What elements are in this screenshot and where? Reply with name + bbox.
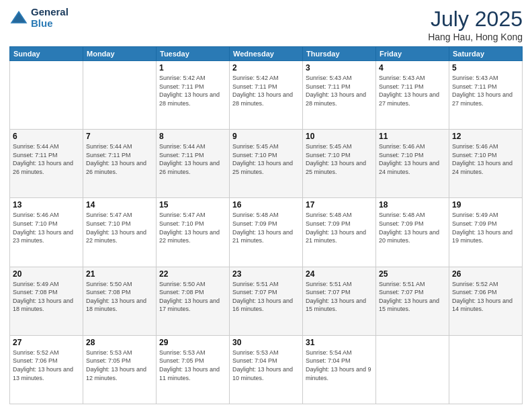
- day-info: Sunrise: 5:47 AMSunset: 7:10 PMDaylight:…: [159, 211, 226, 244]
- day-info: Sunrise: 5:44 AMSunset: 7:11 PMDaylight:…: [13, 142, 80, 176]
- day-info: Sunrise: 5:46 AMSunset: 7:10 PMDaylight:…: [13, 211, 80, 244]
- calendar-cell: 21Sunrise: 5:50 AMSunset: 7:08 PMDayligh…: [83, 267, 157, 335]
- day-info: Sunrise: 5:42 AMSunset: 7:11 PMDaylight:…: [159, 74, 226, 107]
- day-info: Sunrise: 5:45 AMSunset: 7:10 PMDaylight:…: [232, 142, 300, 176]
- day-number: 18: [379, 200, 446, 210]
- calendar-cell: 25Sunrise: 5:51 AMSunset: 7:07 PMDayligh…: [376, 267, 449, 335]
- day-number: 23: [232, 269, 300, 279]
- calendar-cell: 15Sunrise: 5:47 AMSunset: 7:10 PMDayligh…: [157, 198, 230, 267]
- day-info: Sunrise: 5:54 AMSunset: 7:04 PMDaylight:…: [306, 349, 373, 382]
- day-number: 15: [159, 200, 226, 210]
- weekday-row: SundayMondayTuesdayWednesdayThursdayFrid…: [10, 47, 523, 61]
- day-info: Sunrise: 5:43 AMSunset: 7:11 PMDaylight:…: [379, 74, 446, 107]
- logo-blue: Blue: [31, 18, 69, 30]
- day-number: 16: [232, 200, 300, 210]
- calendar-cell: 23Sunrise: 5:51 AMSunset: 7:07 PMDayligh…: [230, 267, 303, 335]
- day-info: Sunrise: 5:51 AMSunset: 7:07 PMDaylight:…: [306, 280, 373, 314]
- day-info: Sunrise: 5:53 AMSunset: 7:05 PMDaylight:…: [86, 349, 153, 382]
- calendar-table: SundayMondayTuesdayWednesdayThursdayFrid…: [9, 46, 523, 404]
- day-number: 11: [379, 132, 446, 141]
- day-info: Sunrise: 5:42 AMSunset: 7:11 PMDaylight:…: [232, 74, 300, 107]
- day-number: 17: [306, 200, 373, 210]
- calendar-cell: 27Sunrise: 5:52 AMSunset: 7:06 PMDayligh…: [10, 335, 83, 404]
- day-info: Sunrise: 5:46 AMSunset: 7:10 PMDaylight:…: [379, 142, 446, 176]
- calendar-cell: 26Sunrise: 5:52 AMSunset: 7:06 PMDayligh…: [449, 267, 523, 335]
- calendar-cell: 28Sunrise: 5:53 AMSunset: 7:05 PMDayligh…: [83, 335, 157, 404]
- calendar-header: SundayMondayTuesdayWednesdayThursdayFrid…: [10, 47, 523, 61]
- week-row-2: 6Sunrise: 5:44 AMSunset: 7:11 PMDaylight…: [10, 130, 523, 198]
- weekday-header-tuesday: Tuesday: [157, 47, 230, 61]
- day-info: Sunrise: 5:48 AMSunset: 7:09 PMDaylight:…: [306, 211, 373, 244]
- calendar-cell: [449, 335, 523, 404]
- day-number: 30: [232, 338, 300, 347]
- calendar-cell: 4Sunrise: 5:43 AMSunset: 7:11 PMDaylight…: [376, 61, 449, 130]
- day-number: 6: [13, 132, 80, 141]
- day-info: Sunrise: 5:52 AMSunset: 7:06 PMDaylight:…: [452, 280, 519, 314]
- day-number: 24: [306, 269, 373, 279]
- day-number: 3: [306, 63, 373, 73]
- day-number: 5: [452, 63, 519, 73]
- title-location: Hang Hau, Hong Kong: [428, 32, 523, 42]
- calendar-cell: 7Sunrise: 5:44 AMSunset: 7:11 PMDaylight…: [83, 130, 157, 198]
- week-row-1: 1Sunrise: 5:42 AMSunset: 7:11 PMDaylight…: [10, 61, 523, 130]
- day-info: Sunrise: 5:49 AMSunset: 7:09 PMDaylight:…: [452, 211, 519, 244]
- day-number: 8: [159, 132, 226, 141]
- calendar-cell: 3Sunrise: 5:43 AMSunset: 7:11 PMDaylight…: [303, 61, 376, 130]
- day-info: Sunrise: 5:47 AMSunset: 7:10 PMDaylight:…: [86, 211, 153, 244]
- day-number: 9: [232, 132, 300, 141]
- calendar-cell: 22Sunrise: 5:50 AMSunset: 7:08 PMDayligh…: [157, 267, 230, 335]
- title-month: July 2025: [428, 7, 523, 32]
- day-number: 13: [13, 200, 80, 210]
- day-number: 7: [86, 132, 153, 141]
- weekday-header-monday: Monday: [83, 47, 157, 61]
- day-info: Sunrise: 5:44 AMSunset: 7:11 PMDaylight:…: [86, 142, 153, 176]
- page: General Blue July 2025 Hang Hau, Hong Ko…: [0, 0, 532, 411]
- logo-icon: [9, 9, 28, 28]
- logo-general: General: [31, 7, 69, 18]
- logo-text: General Blue: [31, 7, 69, 29]
- day-info: Sunrise: 5:43 AMSunset: 7:11 PMDaylight:…: [306, 74, 373, 107]
- day-number: 22: [159, 269, 226, 279]
- week-row-5: 27Sunrise: 5:52 AMSunset: 7:06 PMDayligh…: [10, 335, 523, 404]
- calendar-cell: 1Sunrise: 5:42 AMSunset: 7:11 PMDaylight…: [157, 61, 230, 130]
- calendar-cell: 19Sunrise: 5:49 AMSunset: 7:09 PMDayligh…: [449, 198, 523, 267]
- day-number: 4: [379, 63, 446, 73]
- day-info: Sunrise: 5:52 AMSunset: 7:06 PMDaylight:…: [13, 349, 80, 382]
- day-info: Sunrise: 5:44 AMSunset: 7:11 PMDaylight:…: [159, 142, 226, 176]
- weekday-header-friday: Friday: [376, 47, 449, 61]
- calendar-cell: 13Sunrise: 5:46 AMSunset: 7:10 PMDayligh…: [10, 198, 83, 267]
- day-number: 19: [452, 200, 519, 210]
- day-number: 31: [306, 338, 373, 347]
- calendar-cell: 2Sunrise: 5:42 AMSunset: 7:11 PMDaylight…: [230, 61, 303, 130]
- day-info: Sunrise: 5:48 AMSunset: 7:09 PMDaylight:…: [379, 211, 446, 244]
- calendar-cell: 30Sunrise: 5:53 AMSunset: 7:04 PMDayligh…: [230, 335, 303, 404]
- day-info: Sunrise: 5:51 AMSunset: 7:07 PMDaylight:…: [232, 280, 300, 314]
- day-info: Sunrise: 5:51 AMSunset: 7:07 PMDaylight:…: [379, 280, 446, 314]
- calendar-cell: 18Sunrise: 5:48 AMSunset: 7:09 PMDayligh…: [376, 198, 449, 267]
- weekday-header-thursday: Thursday: [303, 47, 376, 61]
- day-number: 28: [86, 338, 153, 347]
- day-info: Sunrise: 5:50 AMSunset: 7:08 PMDaylight:…: [159, 280, 226, 314]
- day-number: 21: [86, 269, 153, 279]
- calendar-cell: 5Sunrise: 5:43 AMSunset: 7:11 PMDaylight…: [449, 61, 523, 130]
- calendar-cell: 11Sunrise: 5:46 AMSunset: 7:10 PMDayligh…: [376, 130, 449, 198]
- day-number: 25: [379, 269, 446, 279]
- day-info: Sunrise: 5:53 AMSunset: 7:05 PMDaylight:…: [159, 349, 226, 382]
- week-row-4: 20Sunrise: 5:49 AMSunset: 7:08 PMDayligh…: [10, 267, 523, 335]
- calendar-cell: 14Sunrise: 5:47 AMSunset: 7:10 PMDayligh…: [83, 198, 157, 267]
- calendar-cell: 20Sunrise: 5:49 AMSunset: 7:08 PMDayligh…: [10, 267, 83, 335]
- calendar-cell: 9Sunrise: 5:45 AMSunset: 7:10 PMDaylight…: [230, 130, 303, 198]
- day-number: 1: [159, 63, 226, 73]
- day-number: 2: [232, 63, 300, 73]
- day-info: Sunrise: 5:53 AMSunset: 7:04 PMDaylight:…: [232, 349, 300, 382]
- calendar-cell: 8Sunrise: 5:44 AMSunset: 7:11 PMDaylight…: [157, 130, 230, 198]
- weekday-header-saturday: Saturday: [449, 47, 523, 61]
- day-info: Sunrise: 5:45 AMSunset: 7:10 PMDaylight:…: [306, 142, 373, 176]
- calendar-cell: 17Sunrise: 5:48 AMSunset: 7:09 PMDayligh…: [303, 198, 376, 267]
- day-number: 10: [306, 132, 373, 141]
- day-info: Sunrise: 5:48 AMSunset: 7:09 PMDaylight:…: [232, 211, 300, 244]
- header: General Blue July 2025 Hang Hau, Hong Ko…: [9, 7, 523, 42]
- day-info: Sunrise: 5:46 AMSunset: 7:10 PMDaylight:…: [452, 142, 519, 176]
- weekday-header-wednesday: Wednesday: [230, 47, 303, 61]
- calendar-cell: 24Sunrise: 5:51 AMSunset: 7:07 PMDayligh…: [303, 267, 376, 335]
